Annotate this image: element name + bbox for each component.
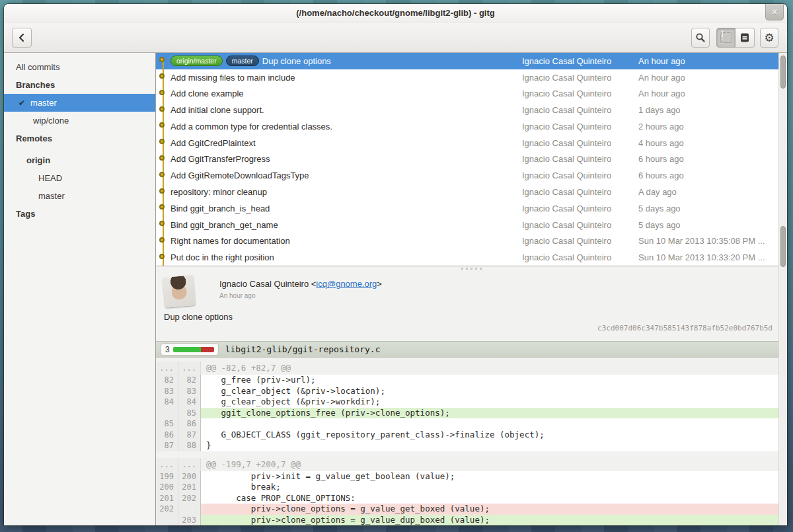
details-scrollbar[interactable] (778, 222, 787, 525)
diff-hunk: ......@@ -82,6 +82,7 @@ 8282 g_free (pri… (156, 361, 778, 451)
commit-author: Ignacio Casal Quinteiro (522, 187, 638, 197)
close-button[interactable]: × (765, 4, 784, 20)
diff-line-removed: 202 priv->clone_options = g_value_get_bo… (156, 504, 778, 515)
commit-date: A day ago (638, 187, 787, 197)
commit-author: Ignacio Casal Quinteiro (522, 138, 638, 148)
commit-subject: Add a common type for credential classes… (170, 122, 332, 132)
gear-icon: ⚙ (764, 32, 774, 44)
commit-row[interactable]: Right names for documentation Ignacio Ca… (156, 233, 787, 249)
chevron-left-icon (16, 32, 28, 44)
commit-row[interactable]: repository: minor cleanup Ignacio Casal … (156, 184, 787, 200)
author-line: Ignacio Casal Quinteiro <icq@gnome.org> (219, 279, 382, 289)
commit-date: 2 hours ago (638, 122, 787, 132)
diff-line: 200201 break; (156, 482, 778, 493)
commit-sha: c3cd007d06c347b585143f878afb52e0bd767b5d (597, 324, 773, 332)
commit-row[interactable]: Add a common type for credential classes… (156, 118, 787, 135)
sidebar-item-branch-master[interactable]: ✔ master (4, 94, 155, 112)
diff-view: 3 libgit2-glib/ggit-repository.c ......@… (156, 341, 778, 525)
diff-line: 8282 g_free (priv->url); (156, 375, 778, 386)
search-icon (695, 32, 706, 43)
pane-resize-handle[interactable] (156, 266, 787, 271)
titlebar[interactable]: (/home/nacho/checkout/gnome/libgit2-glib… (4, 4, 787, 22)
commit-row[interactable]: Add GgitCredPlaintext Ignacio Casal Quin… (156, 135, 787, 151)
settings-button[interactable]: ⚙ (760, 28, 778, 48)
commit-row[interactable]: origin/master master Dup clone options I… (156, 53, 787, 69)
commit-row[interactable]: Add initial clone support. Ignacio Casal… (156, 102, 787, 118)
hunk-range: @@ -199,7 +200,7 @@ (201, 458, 778, 471)
branch-badge-origin-master: origin/master (170, 56, 223, 66)
commit-author: Ignacio Casal Quinteiro (522, 89, 638, 98)
diff-file-header[interactable]: 3 libgit2-glib/ggit-repository.c (156, 341, 778, 358)
sidebar-section-remotes[interactable]: Remotes (4, 130, 155, 147)
sidebar-section-branches[interactable]: Branches (4, 76, 155, 94)
commit-dot-icon (159, 221, 165, 226)
commit-date: An hour ago (638, 73, 787, 83)
commit-row[interactable]: Add GgitRemoteDownloadTagsType Ignacio C… (156, 167, 787, 184)
commit-list: origin/master master Dup clone options I… (156, 53, 787, 266)
commit-subject: Add GgitTransferProgress (170, 154, 270, 164)
commit-row[interactable]: Add clone example Ignacio Casal Quinteir… (156, 86, 787, 102)
commit-subject: Bind ggit_branch_is_head (170, 204, 270, 213)
scrollbar-thumb[interactable] (780, 226, 786, 267)
commit-row[interactable]: Add GgitTransferProgress Ignacio Casal Q… (156, 151, 787, 168)
check-icon: ✔ (19, 98, 25, 108)
hunk-header: ......@@ -199,7 +200,7 @@ (156, 458, 778, 471)
scrollbar-thumb[interactable] (780, 56, 786, 89)
history-view-toggle[interactable]: + + - - (716, 28, 736, 48)
commit-subject: Add clone example (170, 89, 244, 98)
commit-date: Sun 10 Mar 2013 10:33:20 PM ... (638, 252, 787, 262)
commit-date: 5 days ago (638, 220, 787, 230)
commit-subject: Add initial clone support. (170, 105, 264, 115)
commit-date: An hour ago (638, 56, 787, 66)
commit-date: 4 hours ago (638, 138, 787, 148)
back-button[interactable] (12, 28, 32, 48)
commit-author: Ignacio Casal Quinteiro (522, 171, 638, 180)
search-button[interactable] (691, 28, 710, 48)
commit-date: 5 days ago (638, 204, 787, 213)
commit-author: Ignacio Casal Quinteiro (522, 252, 638, 262)
graph-lane (156, 53, 170, 69)
commit-author: Ignacio Casal Quinteiro (522, 154, 638, 164)
hunk-header: ......@@ -82,6 +82,7 @@ (156, 361, 778, 375)
sidebar-item-branch-wip-clone[interactable]: wip/clone (4, 112, 155, 130)
author-email-link[interactable]: icq@gnome.org (316, 279, 377, 289)
sidebar-item-remote-origin[interactable]: origin (4, 151, 155, 169)
commit-dot-icon (159, 254, 165, 259)
sidebar-item-remote-master[interactable]: master (4, 187, 155, 205)
diff-line: 199200 priv->init = g_value_get_boolean … (156, 471, 778, 482)
commit-dot-icon (159, 155, 165, 161)
hunk-range: @@ -82,6 +82,7 @@ (201, 361, 778, 375)
commit-subject: Add GgitCredPlaintext (170, 138, 256, 148)
diff-stat-bar (173, 347, 214, 352)
sidebar-section-tags[interactable]: Tags (4, 205, 155, 223)
commit-subject: Right names for documentation (170, 236, 290, 246)
diff-file-name: libgit2-glib/ggit-repository.c (225, 344, 381, 354)
commit-date: 6 hours ago (638, 154, 787, 164)
commit-row[interactable]: Bind ggit_branch_get_name Ignacio Casal … (156, 217, 787, 233)
commit-dot-icon (159, 172, 165, 177)
commit-subject: Bind ggit_branch_get_name (170, 220, 278, 230)
commit-subject: Dup clone options (262, 56, 331, 66)
diff-line: 8687 G_OBJECT_CLASS (ggit_repository_par… (156, 430, 778, 441)
view-toggle-group: + + - - (716, 28, 755, 48)
desktop-background: (/home/nacho/checkout/gnome/libgit2-glib… (0, 0, 793, 532)
commit-details-pane: Ignacio Casal Quinteiro <icq@gnome.org> … (156, 271, 787, 525)
commit-author: Ignacio Casal Quinteiro (522, 73, 638, 83)
sidebar: All commits Branches ✔ master wip/clone … (4, 53, 156, 525)
toolbar: + + - - ⚙ (4, 22, 787, 53)
commit-author: Ignacio Casal Quinteiro (522, 56, 638, 66)
commit-author: Ignacio Casal Quinteiro (522, 220, 638, 230)
files-view-toggle[interactable] (736, 28, 755, 48)
commit-dot-icon (159, 188, 165, 194)
commit-subject: repository: minor cleanup (170, 187, 267, 197)
commit-message: Dup clone options (164, 312, 233, 322)
sidebar-item-all-commits[interactable]: All commits (4, 58, 155, 76)
commit-row[interactable]: Put doc in the right position Ignacio Ca… (156, 249, 787, 266)
diff-line: 8383 g_clear_object (&priv->location); (156, 386, 778, 397)
commit-row[interactable]: Add missing files to main include Ignaci… (156, 69, 787, 86)
commit-author: Ignacio Casal Quinteiro (522, 236, 638, 246)
commit-author: Ignacio Casal Quinteiro (522, 105, 638, 115)
commit-row[interactable]: Bind ggit_branch_is_head Ignacio Casal Q… (156, 200, 787, 217)
diff-line-added: 203 priv->clone_options = g_value_dup_bo… (156, 515, 778, 526)
sidebar-item-remote-head[interactable]: HEAD (4, 169, 155, 187)
